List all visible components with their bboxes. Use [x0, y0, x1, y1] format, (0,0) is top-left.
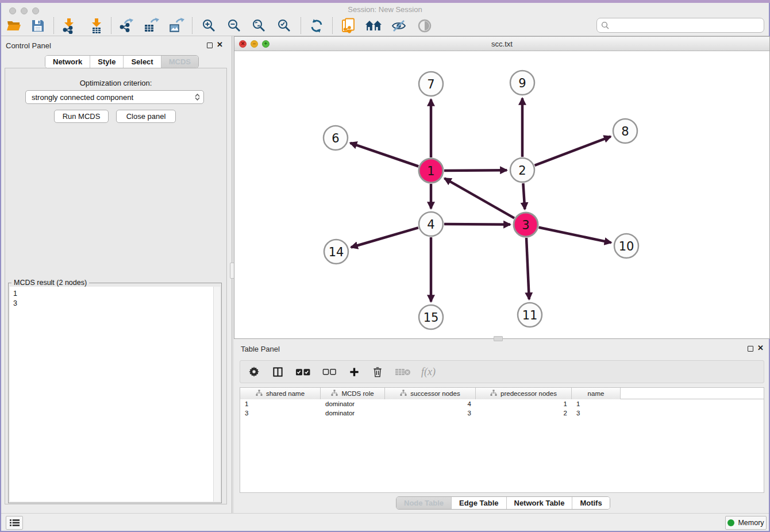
control-panel-tabs: Network Style Select MCDS — [45, 55, 199, 68]
hide-selected-eye-icon[interactable] — [390, 17, 408, 35]
control-panel-float-button[interactable] — [207, 43, 213, 48]
table-panel-title: Table Panel — [241, 345, 280, 353]
status-bar: Memory — [1, 513, 769, 531]
run-mcds-button[interactable]: Run MCDS — [54, 110, 109, 123]
graph-node-label: 4 — [427, 218, 434, 232]
toolbar-separator — [332, 17, 333, 34]
column-header-successor-nodes[interactable]: successor nodes — [385, 388, 476, 399]
mcds-result-text[interactable]: 1 3 — [10, 287, 213, 502]
network-window-title: scc.txt — [234, 40, 769, 48]
save-session-icon[interactable] — [29, 17, 47, 35]
tab-mcds[interactable]: MCDS — [161, 56, 198, 68]
tab-style[interactable]: Style — [90, 56, 124, 68]
cell-mcds-role[interactable]: dominator — [321, 410, 385, 417]
import-network-icon[interactable] — [60, 17, 78, 35]
delete-row-icon[interactable] — [371, 365, 384, 379]
new-network-from-file-icon[interactable] — [340, 17, 358, 35]
cell-predecessor-nodes[interactable]: 1 — [476, 400, 572, 407]
tab-network-table[interactable]: Network Table — [507, 497, 573, 509]
column-header-label: predecessor nodes — [500, 390, 557, 397]
import-table-icon[interactable] — [87, 17, 106, 35]
control-panel-close-button[interactable]: ✕ — [217, 41, 223, 48]
column-header-label: MCDS role — [341, 390, 374, 397]
memory-status-icon — [727, 519, 734, 526]
table-row[interactable]: 3dominator323 — [240, 408, 764, 418]
table-options-icon[interactable] — [247, 365, 261, 379]
search-icon — [601, 21, 610, 30]
cell-shared-name[interactable]: 3 — [240, 410, 321, 417]
select-stepper-icon — [194, 92, 201, 102]
graph-edge-2-3[interactable] — [523, 183, 525, 209]
graph-edge-1-6[interactable] — [351, 143, 419, 167]
mcds-result-groupbox: MCDS result (2 nodes) 1 3 — [8, 283, 222, 503]
network-graph: 1234678910111415 — [234, 51, 769, 338]
column-header-predecessor-nodes[interactable]: predecessor nodes — [476, 388, 572, 399]
show-column-icon[interactable] — [271, 365, 284, 379]
network-view-window: ✕ − + scc.txt 1234678910111415 — [234, 36, 770, 339]
graph-edge-3-1[interactable] — [445, 178, 515, 218]
select-all-icon[interactable] — [294, 365, 311, 379]
column-header-shared-name[interactable]: shared name — [240, 388, 321, 399]
network-canvas[interactable]: 1234678910111415 — [234, 51, 769, 338]
tree-icon — [256, 390, 263, 398]
table-panel-close-button[interactable]: ✕ — [757, 345, 764, 352]
add-row-icon[interactable] — [347, 365, 361, 379]
cell-name[interactable]: 3 — [572, 410, 621, 417]
node-table: shared nameMCDS rolesuccessor nodesprede… — [240, 387, 764, 493]
column-header-label: name — [588, 390, 605, 397]
graph-edge-1-2[interactable] — [444, 170, 507, 171]
toolbar-separator — [53, 17, 54, 34]
function-builder-icon[interactable]: f(x) — [421, 366, 436, 378]
cell-shared-name[interactable]: 1 — [240, 400, 321, 407]
criterion-select[interactable]: strongly connected component — [25, 90, 204, 104]
graph-edge-2-8[interactable] — [535, 137, 611, 165]
tab-motifs[interactable]: Motifs — [572, 497, 609, 509]
export-network-icon[interactable] — [117, 17, 136, 35]
show-all-home-icon[interactable] — [364, 17, 383, 35]
zoom-out-icon[interactable] — [225, 17, 244, 35]
table-row[interactable]: 1dominator411 — [240, 399, 764, 408]
scrollbar-track[interactable] — [213, 287, 220, 502]
show-hidden-eye-icon[interactable] — [415, 17, 434, 35]
zoom-fit-icon[interactable] — [250, 17, 268, 35]
cell-mcds-role[interactable]: dominator — [321, 400, 385, 407]
graph-edge-4-14[interactable] — [351, 228, 418, 247]
tab-edge-table[interactable]: Edge Table — [452, 497, 506, 509]
task-history-button[interactable] — [6, 516, 23, 530]
column-header-name[interactable]: name — [572, 388, 621, 399]
export-table-icon[interactable] — [142, 17, 160, 35]
split-pane-handle[interactable] — [494, 336, 503, 341]
toolbar-separator — [192, 17, 192, 34]
main-toolbar — [1, 16, 769, 36]
memory-button[interactable]: Memory — [725, 516, 767, 530]
open-session-icon[interactable] — [5, 17, 23, 35]
table-panel-float-button[interactable] — [748, 346, 753, 352]
network-window-titlebar[interactable]: ✕ − + scc.txt — [234, 37, 769, 51]
cell-successor-nodes[interactable]: 4 — [385, 400, 476, 407]
tab-node-table[interactable]: Node Table — [396, 497, 452, 509]
tab-network[interactable]: Network — [45, 56, 90, 68]
tree-icon — [331, 390, 338, 398]
deselect-all-icon[interactable] — [321, 365, 337, 379]
tree-icon — [490, 390, 497, 398]
mcds-result-title: MCDS result (2 nodes) — [11, 279, 89, 287]
graph-edge-3-11[interactable] — [526, 238, 529, 299]
folder-back — [7, 21, 20, 25]
cell-predecessor-nodes[interactable]: 2 — [476, 410, 572, 417]
export-image-icon[interactable] — [167, 17, 186, 35]
tab-select[interactable]: Select — [124, 56, 161, 68]
refresh-icon[interactable] — [307, 17, 326, 35]
cell-successor-nodes[interactable]: 3 — [385, 410, 476, 417]
zoom-selected-icon[interactable] — [275, 17, 294, 35]
graph-node-label: 15 — [424, 311, 439, 325]
graph-edge-4-3[interactable] — [444, 224, 510, 225]
zoom-in-icon[interactable] — [200, 17, 218, 35]
close-panel-button[interactable]: Close panel — [116, 110, 176, 123]
search-box[interactable] — [596, 18, 764, 33]
column-header-mcds-role[interactable]: MCDS role — [321, 388, 385, 399]
cell-name[interactable]: 1 — [572, 400, 621, 407]
memory-label: Memory — [738, 519, 764, 527]
graph-edge-3-10[interactable] — [539, 228, 611, 243]
delete-column-icon[interactable] — [394, 365, 411, 379]
search-input[interactable] — [610, 20, 764, 31]
